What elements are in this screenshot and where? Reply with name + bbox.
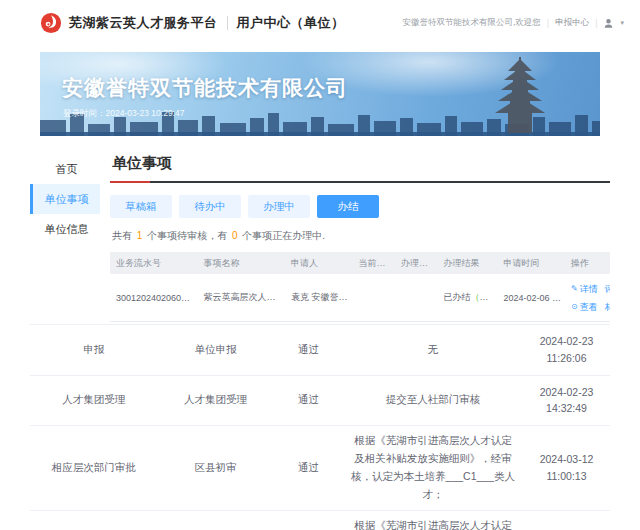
process-clock: 11:00:13	[523, 468, 610, 485]
summary-text: 共有 1 个事项待审核，有 0 个事项正在办理中.	[112, 229, 608, 243]
page-body: 安徽誉特双节能技术有限公司 登录时间：2024-03-23 10:29:47 首…	[0, 52, 640, 530]
process-date: 2024-03-12	[523, 451, 610, 468]
cell-department	[395, 296, 438, 300]
process-step: 申报	[30, 343, 158, 357]
process-row: 市级人社部门备案 人社复核 通过 根据《芜湖市引进高层次人才认定及相关补贴发放实…	[30, 511, 610, 530]
process-step: 相应层次部门审批	[30, 461, 158, 475]
sidebar-item-unit-info[interactable]: 单位信息	[30, 214, 100, 244]
cell-apply-time: 2024-02-06 15:02:43	[498, 291, 566, 305]
process-result: 通过	[274, 343, 344, 357]
status-tabs: 草稿箱 待办中 办理中 办结	[110, 195, 610, 218]
process-result: 通过	[274, 461, 344, 475]
table-row: 30012024020600001725 紫云英高层次人才认定 袁克 安徽誉特双…	[110, 274, 610, 322]
header-separator: |	[547, 18, 549, 28]
processing-count: 0	[232, 230, 238, 241]
process-row: 相应层次部门审批 区县初审 通过 根据《芜湖市引进高层次人才认定及相关补贴发放实…	[30, 426, 610, 510]
sidebar-item-home[interactable]: 首页	[30, 154, 100, 184]
process-clock: 11:26:06	[523, 350, 610, 367]
user-icon[interactable]	[603, 18, 614, 29]
view-label: 查看	[580, 298, 598, 316]
process-node: 单位申报	[158, 343, 274, 357]
chevron-down-icon[interactable]: ▾	[620, 19, 624, 27]
process-opinion: 无	[343, 341, 523, 359]
user-center-title: 用户中心（单位）	[237, 14, 345, 32]
process-opinion: 根据《芜湖市引进高层次人才认定及相关补贴发放实施细则》，经备案确认为本土培养__…	[343, 517, 523, 530]
cell-current-step	[353, 296, 396, 300]
process-row: 人才集团受理 人才集团受理 通过 提交至人社部门审核 2024-02-23 14…	[30, 376, 610, 427]
process-row: 申报 单位申报 通过 无 2024-02-23 11:26:06	[30, 325, 610, 376]
edit-icon: ✎	[571, 281, 578, 297]
tab-drafts[interactable]: 草稿箱	[110, 195, 172, 218]
process-time: 2024-03-12 11:00:13	[523, 451, 610, 485]
process-time: 2024-02-23 14:32:49	[523, 384, 610, 418]
process-opinion: 根据《芜湖市引进高层次人才认定及相关补贴发放实施细则》，经审核，认定为本土培养_…	[343, 432, 523, 503]
evaluate-link[interactable]: 评价	[605, 280, 610, 298]
summary-suffix: 个事项正在办理中.	[242, 230, 325, 241]
detail-label: 详情	[580, 280, 598, 298]
process-date: 2024-02-23	[523, 384, 610, 401]
result-status: 已办结	[444, 292, 471, 302]
app-root: 芜湖紫云英人才服务平台 用户中心（单位） 安徽誉特双节能技术有限公司,欢迎您 |…	[0, 0, 640, 530]
sidebar-item-unit-matters[interactable]: 单位事项	[30, 184, 100, 214]
process-step: 人才集团受理	[30, 393, 158, 407]
main-card: 单位事项 草稿箱 待办中 办理中 办结 共有 1 个事项待审核，有 0 个事项正…	[110, 152, 610, 322]
result-note: （同意）	[471, 292, 498, 302]
col-apply-time: 申请时间	[498, 255, 566, 272]
tab-completed[interactable]: 办结	[317, 195, 379, 218]
tab-pending[interactable]: 待办中	[179, 195, 241, 218]
col-department: 办理部门	[395, 255, 438, 272]
col-current-step: 当前环节	[353, 255, 396, 272]
content-row: 首页 单位事项 单位信息 单位事项 草稿箱 待办中 办理中 办结 共有 1	[30, 152, 610, 322]
process-date: 2024-02-23	[523, 333, 610, 350]
banner-login-time: 登录时间：2024-03-23 10:29:47	[63, 108, 184, 120]
col-serial: 业务流水号	[110, 255, 198, 272]
eye-icon: ⊙	[571, 299, 578, 315]
sidebar: 首页 单位事项 单位信息	[30, 152, 100, 322]
tab-processing[interactable]: 办理中	[248, 195, 310, 218]
page-title: 单位事项	[110, 152, 610, 181]
cell-serial: 30012024020600001725	[110, 291, 198, 305]
results-table-header: 业务流水号 事项名称 申请人 当前环节 办理部门 办理结果 申请时间 操作	[110, 252, 610, 274]
col-result: 办理结果	[438, 255, 498, 272]
declare-center-link[interactable]: 申报中心	[555, 17, 589, 29]
cell-applicant: 袁克 安徽誉特双节...	[285, 289, 353, 306]
banner-company-name: 安徽誉特双节能技术有限公司	[62, 74, 348, 102]
cell-actions: ✎详情 评价 ⊙查看 材料	[565, 278, 610, 318]
company-banner: 安徽誉特双节能技术有限公司 登录时间：2024-03-23 10:29:47	[40, 52, 600, 136]
results-table: 业务流水号 事项名称 申请人 当前环节 办理部门 办理结果 申请时间 操作 30…	[110, 252, 610, 322]
col-actions: 操作	[565, 255, 610, 272]
cell-item-name: 紫云英高层次人才认定	[198, 289, 286, 306]
process-opinion: 提交至人社部门审核	[343, 391, 523, 409]
process-clock: 14:32:49	[523, 400, 610, 417]
summary-prefix: 共有	[112, 230, 132, 241]
material-link[interactable]: 材料	[605, 298, 610, 316]
header-user-area: 安徽誉特双节能技术有限公司,欢迎您 | 申报中心 | ▾	[402, 17, 624, 29]
detail-link[interactable]: ✎详情	[571, 280, 598, 298]
process-node: 人才集团受理	[158, 393, 274, 407]
header-brand: 芜湖紫云英人才服务平台 用户中心（单位）	[40, 12, 345, 34]
process-table: 申报 单位申报 通过 无 2024-02-23 11:26:06 人才集团受理 …	[30, 324, 610, 530]
col-item-name: 事项名称	[198, 255, 286, 272]
process-node: 区县初审	[158, 461, 274, 475]
pagoda-illustration	[492, 57, 548, 133]
view-link[interactable]: ⊙查看	[571, 298, 598, 316]
platform-logo-icon	[40, 12, 62, 34]
col-applicant: 申请人	[285, 255, 353, 272]
header-divider	[227, 16, 228, 30]
top-header: 芜湖紫云英人才服务平台 用户中心（单位） 安徽誉特双节能技术有限公司,欢迎您 |…	[0, 0, 640, 46]
header-separator: |	[595, 18, 597, 28]
pending-count: 1	[137, 230, 143, 241]
platform-title: 芜湖紫云英人才服务平台	[69, 14, 218, 32]
summary-mid: 个事项待审核，有	[147, 230, 227, 241]
process-result: 通过	[274, 393, 344, 407]
title-underline	[110, 181, 610, 183]
cell-result: 已办结（同意）	[438, 289, 498, 306]
process-time: 2024-02-23 11:26:06	[523, 333, 610, 367]
welcome-text: 安徽誉特双节能技术有限公司,欢迎您	[402, 17, 540, 29]
